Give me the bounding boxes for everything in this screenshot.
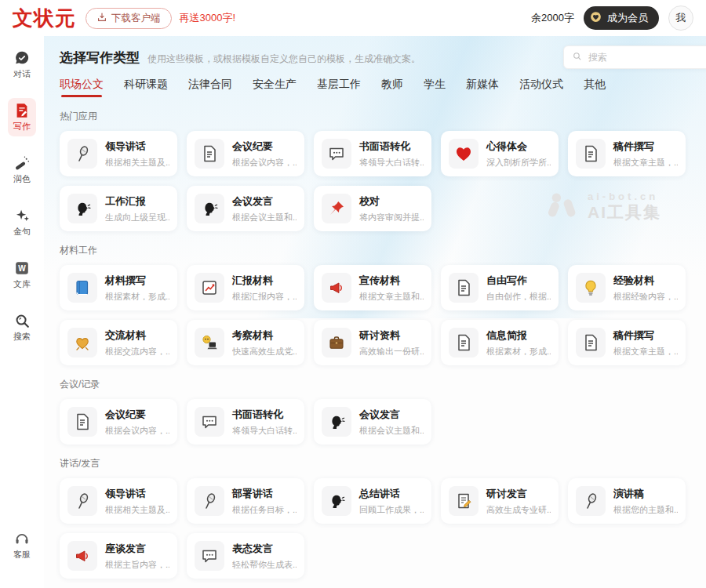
template-card[interactable]: 书面语转化将领导大白话转...: [314, 131, 431, 176]
card-title: 会议纪要: [105, 408, 169, 422]
sidebar-item-write[interactable]: 写作: [8, 98, 36, 136]
bulb-icon: [576, 273, 606, 303]
card-body: 书面语转化将领导大白话转...: [359, 140, 424, 169]
card-title: 领导讲话: [105, 140, 169, 154]
sidebar-item-quotes[interactable]: 金句: [8, 203, 36, 241]
sidebar-item-support[interactable]: 客服: [8, 526, 36, 564]
sidebar-item-polish[interactable]: 润色: [8, 151, 36, 189]
template-card[interactable]: 宣传材料根据文章主题和...: [314, 265, 431, 310]
card-title: 书面语转化: [359, 140, 424, 154]
card-title: 领导讲话: [105, 487, 169, 501]
template-card[interactable]: 书面语转化将领导大白话转...: [187, 399, 304, 445]
mic-icon: [576, 486, 606, 516]
card-title: 材料撰写: [105, 274, 169, 288]
bubble-icon: [322, 139, 351, 169]
promo-text: 再送3000字!: [180, 11, 236, 25]
template-card[interactable]: 会议纪要根据会议内容，...: [187, 131, 304, 176]
search-icon: [572, 50, 582, 64]
template-card[interactable]: 会议发言根据会议主题和...: [314, 399, 431, 445]
top-header: 文状元 下载客户端 再送3000字! 余2000字 成为会员 我: [0, 0, 706, 36]
card-title: 研讨资料: [359, 328, 424, 343]
card-body: 演讲稿根据您的主题和...: [613, 487, 678, 516]
template-card[interactable]: 演讲稿根据您的主题和...: [568, 478, 686, 524]
card-body: 心得体会深入剖析所学所...: [486, 140, 551, 169]
template-card[interactable]: 研讨发言高效生成专业研...: [441, 478, 559, 524]
card-body: 座谈发言根据主旨内容，...: [105, 542, 169, 571]
card-body: 宣传材料根据文章主题和...: [359, 274, 424, 303]
doc-icon: [67, 407, 97, 437]
sidebar-item-library[interactable]: W文库: [8, 256, 36, 294]
user-avatar[interactable]: 我: [668, 5, 693, 31]
tab-6[interactable]: 教师: [381, 78, 403, 97]
card-title: 心得体会: [486, 140, 551, 154]
template-card[interactable]: 会议纪要根据会议内容，...: [60, 399, 177, 445]
card-title: 信息简报: [486, 328, 551, 343]
template-card[interactable]: 会议发言根据会议主题和...: [187, 186, 304, 231]
sidebar-item-label: 客服: [13, 549, 31, 561]
card-desc: 根据汇报内容，...: [232, 291, 297, 303]
page-title: 选择写作类型: [60, 49, 140, 67]
card-desc: 快速高效生成党...: [232, 346, 297, 358]
card-title: 会议发言: [232, 194, 297, 209]
card-title: 经验材料: [613, 274, 678, 288]
sidebar-item-search[interactable]: 搜索: [8, 308, 36, 347]
tab-7[interactable]: 学生: [424, 78, 446, 97]
download-client-button[interactable]: 下载客户端: [86, 8, 172, 29]
tab-4[interactable]: 安全生产: [253, 78, 297, 97]
mega-icon: [322, 273, 351, 303]
template-card[interactable]: 稿件撰写根据文章主题，...: [568, 131, 686, 176]
tab-8[interactable]: 新媒体: [466, 78, 499, 97]
card-title: 研讨发言: [486, 487, 551, 501]
doc-icon: [576, 139, 606, 169]
sidebar-item-label: 润色: [13, 173, 31, 185]
doc-icon: [449, 328, 479, 358]
template-card[interactable]: 稿件撰写根据文章主题，...: [568, 320, 686, 365]
category-tabs: 职场公文科研课题法律合同安全生产基层工作教师学生新媒体活动仪式其他: [60, 78, 686, 97]
head-icon: [322, 407, 351, 437]
sidebar-item-chat[interactable]: 对话: [8, 45, 36, 84]
doc-icon: [576, 328, 606, 358]
template-section: 讲话/发言领导讲话根据相关主题及...部署讲话根据任务目标，...总结讲话回顾工…: [60, 457, 686, 579]
template-card[interactable]: 部署讲话根据任务目标，...: [187, 478, 304, 524]
search-box[interactable]: [563, 45, 706, 69]
tab-2[interactable]: 科研课题: [124, 78, 168, 97]
template-card[interactable]: 座谈发言根据主旨内容，...: [60, 533, 177, 579]
tab-9[interactable]: 活动仪式: [519, 78, 563, 97]
template-card[interactable]: 总结讲话回顾工作成果，...: [314, 478, 431, 524]
wblock-icon: W: [13, 260, 31, 277]
app-frame: 对话写作润色金句W文库搜索 客服 选择写作类型 使用这些模板，或根据模板自定义您…: [0, 36, 706, 588]
chat-icon: [13, 49, 31, 67]
tab-5[interactable]: 基层工作: [317, 78, 361, 97]
template-card[interactable]: 校对将内容审阅并提...: [314, 186, 431, 231]
pin-icon: [322, 194, 351, 223]
tab-1[interactable]: 职场公文: [60, 78, 104, 97]
become-member-button[interactable]: 成为会员: [584, 6, 659, 30]
template-card[interactable]: 汇报材料根据汇报内容，...: [187, 265, 304, 310]
card-body: 会议纪要根据会议内容，...: [232, 140, 297, 169]
template-card[interactable]: 信息简报根据素材，形成...: [441, 320, 559, 365]
tab-3[interactable]: 法律合同: [188, 78, 232, 97]
template-card[interactable]: 材料撰写根据素材，形成...: [60, 265, 177, 310]
template-card[interactable]: 领导讲话根据相关主题及...: [60, 478, 177, 524]
card-desc: 根据交流内容，...: [105, 346, 169, 358]
search-icon: [13, 312, 31, 329]
tab-10[interactable]: 其他: [584, 78, 606, 97]
template-card[interactable]: 考察材料快速高效生成党...: [187, 320, 304, 365]
template-card[interactable]: 自由写作自由创作，根据...: [441, 265, 559, 310]
search-input[interactable]: [587, 51, 706, 64]
template-card[interactable]: 表态发言轻松帮你生成表...: [187, 533, 304, 579]
card-title: 汇报材料: [232, 274, 297, 288]
card-body: 领导讲话根据相关主题及...: [105, 140, 169, 169]
template-card[interactable]: 交流材料根据交流内容，...: [60, 320, 177, 365]
head-icon: [195, 194, 224, 223]
card-title: 校对: [359, 194, 424, 209]
template-card[interactable]: 心得体会深入剖析所学所...: [441, 131, 559, 176]
template-card[interactable]: 经验材料根据经验内容，...: [568, 265, 686, 310]
polish-icon: [13, 154, 31, 172]
template-card[interactable]: 研讨资料高效输出一份研...: [314, 320, 431, 365]
template-card[interactable]: 工作汇报生成向上级呈现...: [60, 186, 177, 231]
sidebar: 对话写作润色金句W文库搜索 客服: [0, 36, 44, 588]
mega-icon: [67, 541, 97, 571]
sidebar-items: 对话写作润色金句W文库搜索: [8, 45, 36, 361]
template-card[interactable]: 领导讲话根据相关主题及...: [60, 131, 177, 176]
